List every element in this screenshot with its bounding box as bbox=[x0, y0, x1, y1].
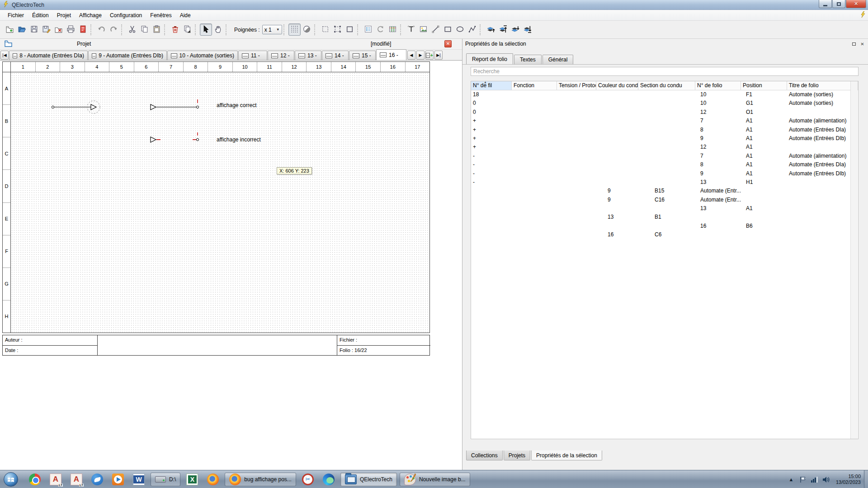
selection-handles-button[interactable] bbox=[331, 23, 344, 36]
drawing-area[interactable]: 1234567891011121314151617 ABCDEFGH bbox=[0, 61, 462, 470]
conductor-list-button[interactable] bbox=[362, 23, 374, 36]
folio-tab-16[interactable]: 16 - bbox=[376, 49, 406, 60]
paste-button[interactable] bbox=[151, 23, 163, 36]
table-row[interactable]: +9A1Automate (Entrées DIb) bbox=[471, 134, 858, 143]
start-button[interactable] bbox=[4, 472, 18, 487]
taskbar-app-snipping[interactable]: ✂ bbox=[300, 472, 316, 487]
table-row[interactable]: -13H1 bbox=[471, 178, 858, 187]
new-project-button[interactable] bbox=[4, 23, 16, 36]
action-center-icon[interactable] bbox=[799, 475, 807, 483]
dock-tab-projets[interactable]: Projets bbox=[504, 450, 530, 460]
table-row[interactable]: 13B1 bbox=[471, 213, 858, 221]
tab-prev-button[interactable]: ◀ bbox=[407, 51, 415, 60]
tab-scroll-first-button[interactable]: |◀ bbox=[0, 51, 9, 60]
menu-edition[interactable]: Édition bbox=[28, 11, 53, 20]
dock-tab-proprie-te-s-de-la-se-lection[interactable]: Propriétés de la sélection bbox=[531, 450, 602, 460]
save-button[interactable] bbox=[28, 23, 40, 36]
pan-tool-button[interactable] bbox=[212, 23, 224, 36]
show-desktop-button[interactable] bbox=[864, 470, 868, 488]
column-header[interactable]: Position bbox=[741, 81, 787, 90]
column-header[interactable]: ▲N° de fil bbox=[471, 81, 512, 90]
taskbar-app-excel[interactable]: X bbox=[184, 472, 200, 487]
add-image-button[interactable] bbox=[417, 23, 429, 36]
handles-scale-select[interactable]: x 1▼ bbox=[262, 25, 282, 34]
table-row[interactable]: -8A1Automate (Entrées DIa) bbox=[471, 160, 858, 169]
panel-close-button[interactable]: ✕ bbox=[859, 41, 866, 47]
grid-toggle-button[interactable] bbox=[288, 23, 301, 36]
taskbar-app-autocad[interactable]: ALT bbox=[48, 472, 63, 487]
contrast-toggle-button[interactable] bbox=[301, 23, 313, 36]
column-header[interactable]: N° de folio bbox=[695, 81, 741, 90]
taskbar-window-nouvelle-image-b[interactable]: Nouvelle image b... bbox=[400, 473, 470, 486]
add-text-button[interactable] bbox=[405, 23, 417, 36]
taskbar-app-chrome[interactable] bbox=[27, 472, 42, 487]
folio-tab-11[interactable]: 11 - bbox=[238, 51, 267, 60]
menu-projet[interactable]: Projet bbox=[53, 11, 75, 20]
menu-fenetres[interactable]: Fenêtres bbox=[146, 11, 175, 20]
paste-special-button[interactable] bbox=[181, 23, 193, 36]
maximize-button[interactable] bbox=[832, 0, 845, 8]
folio-tab-14[interactable]: 14 - bbox=[322, 51, 349, 60]
menu-aide[interactable]: Aide bbox=[176, 11, 195, 20]
table-row[interactable]: +8A1Automate (Entrées DIa) bbox=[471, 126, 858, 134]
table-row[interactable]: +12A1 bbox=[471, 143, 858, 151]
project-close-button[interactable]: ✕ bbox=[444, 40, 452, 47]
taskbar-app-media-player[interactable] bbox=[110, 472, 126, 487]
minimize-button[interactable] bbox=[819, 0, 832, 8]
taskbar-window-qelectrotech[interactable]: QElectroTech bbox=[340, 473, 397, 486]
panel-tab-report-de-folio[interactable]: Report de folio bbox=[466, 53, 513, 64]
column-header[interactable]: Titre de folio bbox=[787, 81, 858, 90]
volume-icon[interactable] bbox=[822, 475, 830, 483]
close-button[interactable]: ✕ bbox=[846, 0, 866, 8]
lower-bottom-button[interactable] bbox=[521, 23, 533, 36]
table-row[interactable]: 16B6 bbox=[471, 222, 858, 230]
menu-configuration[interactable]: Configuration bbox=[106, 11, 146, 20]
cut-button[interactable] bbox=[126, 23, 138, 36]
tab-scroll-last-button[interactable]: ▶| bbox=[434, 51, 443, 60]
add-polyline-button[interactable] bbox=[466, 23, 478, 36]
taskbar-window-bug-affichage-pos[interactable]: bug affichage pos... bbox=[225, 473, 296, 486]
column-header[interactable]: Fonction bbox=[512, 81, 557, 90]
insert-table-button[interactable] bbox=[387, 23, 399, 36]
network-icon[interactable] bbox=[811, 475, 819, 483]
column-header[interactable]: Tension / Protoco bbox=[557, 81, 596, 90]
folio-tab-13[interactable]: 13 - bbox=[295, 51, 321, 60]
add-ellipse-button[interactable] bbox=[454, 23, 466, 36]
table-row[interactable]: 012O1 bbox=[471, 108, 858, 117]
clock[interactable]: 15:00 13/02/2023 bbox=[836, 474, 861, 485]
table-scrollbar[interactable] bbox=[850, 81, 858, 439]
folio-tab-12[interactable]: 12 - bbox=[268, 51, 294, 60]
taskbar-app-edge[interactable] bbox=[321, 472, 336, 487]
table-row[interactable]: 1810F1Automate (sorties) bbox=[471, 90, 858, 99]
raise-button[interactable] bbox=[485, 23, 497, 36]
save-as-button[interactable] bbox=[40, 23, 52, 36]
table-row[interactable]: 16C6 bbox=[471, 230, 858, 239]
table-row[interactable]: -7A1Automate (alimentation) bbox=[471, 152, 858, 160]
select-tool-button[interactable] bbox=[200, 23, 212, 36]
menu-affichage[interactable]: Affichage bbox=[75, 11, 106, 20]
column-header[interactable]: Couleur du condu bbox=[596, 81, 638, 90]
taskbar-app-word[interactable]: W bbox=[131, 472, 146, 487]
table-row[interactable]: 13A1 bbox=[471, 204, 858, 213]
table-row[interactable]: +7A1Automate (alimentation) bbox=[471, 117, 858, 125]
copy-button[interactable] bbox=[138, 23, 151, 36]
export-pdf-button[interactable] bbox=[77, 23, 89, 36]
taskbar-app-firefox[interactable] bbox=[205, 472, 221, 487]
undo-button[interactable] bbox=[95, 23, 108, 36]
lower-button[interactable] bbox=[509, 23, 521, 36]
tab-next-button[interactable]: ▶ bbox=[416, 51, 425, 60]
folio-size-button[interactable] bbox=[344, 23, 356, 36]
search-input[interactable]: Recherche bbox=[471, 67, 859, 76]
folio-tab-15[interactable]: 15 - bbox=[349, 51, 376, 60]
taskbar-app-thunderbird[interactable] bbox=[90, 472, 105, 487]
close-project-button[interactable] bbox=[52, 23, 65, 36]
folio-tab-10[interactable]: 10 - Automate (sorties) bbox=[167, 51, 238, 60]
panel-tab-textes[interactable]: Textes bbox=[514, 55, 542, 64]
grid-canvas[interactable]: affichage correct affichage incorrect X:… bbox=[11, 72, 430, 333]
raise-top-button[interactable] bbox=[497, 23, 509, 36]
selection-area-button[interactable] bbox=[319, 23, 331, 36]
folio-tab-9[interactable]: 9 - Automate (Entrées DIb) bbox=[88, 51, 167, 60]
taskbar-window-d[interactable]: D:\ bbox=[151, 473, 180, 486]
table-row[interactable]: -9A1Automate (Entrées DIb) bbox=[471, 169, 858, 178]
tray-expand-icon[interactable]: ▲ bbox=[787, 475, 795, 483]
